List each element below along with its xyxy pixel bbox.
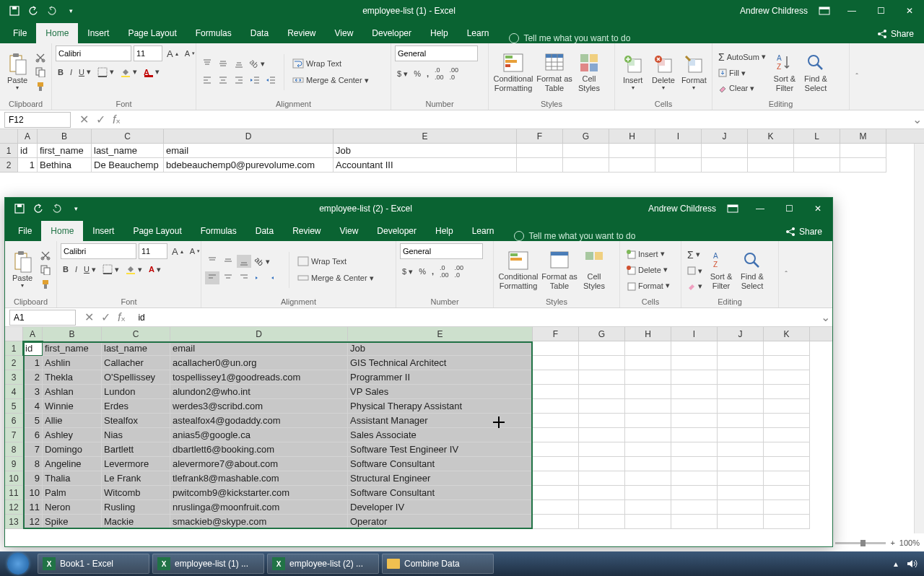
format-cells-button[interactable]: Format▾: [680, 53, 708, 91]
align-top-button[interactable]: [205, 255, 219, 268]
undo-button[interactable]: [30, 200, 47, 217]
font-name-select[interactable]: [56, 45, 131, 61]
increase-decimal-button[interactable]: .0.00: [437, 263, 451, 280]
cell[interactable]: first_name: [43, 341, 102, 356]
cell[interactable]: [625, 471, 671, 486]
cell[interactable]: [718, 356, 764, 370]
cell[interactable]: VP Sales: [348, 385, 533, 399]
cell[interactable]: [579, 500, 625, 515]
cell[interactable]: [655, 144, 702, 158]
bold-button[interactable]: B: [61, 263, 71, 275]
cell[interactable]: [625, 442, 671, 457]
cancel-formula-icon[interactable]: ✕: [84, 310, 94, 324]
increase-indent-button[interactable]: [269, 271, 283, 284]
qat-customize[interactable]: ▾: [62, 2, 79, 19]
align-right-button[interactable]: [232, 74, 246, 87]
font-color-button[interactable]: A ▾: [147, 263, 163, 276]
autosum-button[interactable]: Σ AutoSum ▾: [716, 50, 768, 64]
cell[interactable]: [533, 515, 579, 529]
row-header[interactable]: 6: [5, 414, 23, 428]
taskbar-item[interactable]: Combine Data: [382, 554, 494, 574]
cell[interactable]: Le Frank: [102, 471, 170, 486]
display-options-icon[interactable]: [819, 6, 830, 15]
cell[interactable]: [764, 370, 810, 385]
autosum-button[interactable]: Σ ▾: [685, 248, 705, 262]
cell[interactable]: [702, 144, 748, 158]
tab-view[interactable]: View: [331, 221, 368, 241]
cell[interactable]: Angeline: [43, 457, 102, 471]
cell[interactable]: [840, 144, 886, 158]
format-painter-button[interactable]: [33, 80, 48, 93]
qat-customize[interactable]: ▾: [67, 200, 84, 217]
tab-developer[interactable]: Developer: [367, 221, 426, 241]
cell[interactable]: [579, 442, 625, 457]
tab-review[interactable]: Review: [278, 23, 325, 43]
paste-button[interactable]: Paste ▾: [4, 53, 31, 91]
cell[interactable]: [718, 399, 764, 414]
cell[interactable]: O'Spellissey: [102, 370, 170, 385]
cell[interactable]: [563, 144, 609, 158]
start-button[interactable]: [0, 551, 36, 576]
tab-file[interactable]: File: [4, 23, 36, 43]
cell[interactable]: [625, 356, 671, 370]
font-size-select[interactable]: [139, 243, 167, 259]
column-header[interactable]: A: [23, 327, 43, 341]
cell[interactable]: last_name: [102, 341, 170, 356]
orientation-button[interactable]: ab ▾: [253, 255, 272, 268]
cell[interactable]: Physical Therapy Assistant: [348, 399, 533, 414]
cell[interactable]: [625, 399, 671, 414]
cell[interactable]: [671, 414, 718, 428]
column-header[interactable]: D: [170, 327, 348, 341]
cancel-formula-icon[interactable]: ✕: [79, 113, 89, 126]
align-middle-button[interactable]: [216, 57, 230, 70]
tab-insert[interactable]: Insert: [83, 221, 123, 241]
tab-formulas[interactable]: Formulas: [186, 23, 241, 43]
column-header[interactable]: G: [579, 327, 625, 341]
column-header[interactable]: G: [563, 129, 609, 143]
number-format-select[interactable]: [395, 45, 478, 61]
cell[interactable]: [764, 486, 810, 500]
cell[interactable]: Job: [334, 144, 517, 158]
tell-me-search[interactable]: Tell me what you want to do: [503, 231, 775, 241]
cell[interactable]: [764, 442, 810, 457]
border-button[interactable]: ▾: [95, 66, 116, 79]
cell[interactable]: Rusling: [102, 500, 170, 515]
cell[interactable]: [671, 442, 718, 457]
cell[interactable]: anias5@google.ca: [170, 428, 348, 442]
column-header[interactable]: E: [348, 327, 533, 341]
tab-insert[interactable]: Insert: [78, 23, 118, 43]
number-format-select[interactable]: [400, 243, 483, 259]
cell[interactable]: werdes3@scribd.com: [170, 399, 348, 414]
cell[interactable]: [563, 158, 609, 173]
cell[interactable]: [671, 341, 718, 356]
merge-center-button[interactable]: Merge & Center ▾: [295, 271, 376, 284]
tab-data[interactable]: Data: [241, 23, 278, 43]
row-header[interactable]: 1: [0, 144, 18, 158]
cell[interactable]: Operator: [348, 515, 533, 529]
insert-function-icon[interactable]: fₓ: [118, 310, 126, 324]
cell[interactable]: 12: [23, 515, 43, 529]
tell-me-search[interactable]: Tell me what you want to do: [498, 33, 867, 43]
tab-help[interactable]: Help: [421, 23, 458, 43]
orientation-button[interactable]: ab ▾: [248, 57, 267, 70]
cell[interactable]: GIS Technical Architect: [348, 356, 533, 370]
align-center-button[interactable]: [221, 271, 235, 284]
cell[interactable]: 1: [18, 158, 38, 173]
column-header[interactable]: D: [164, 129, 334, 143]
sort-filter-button[interactable]: AZSort & Filter: [770, 51, 799, 92]
underline-button[interactable]: U ▾: [77, 66, 93, 78]
cell[interactable]: [533, 341, 579, 356]
taskbar-item[interactable]: Xemployee-list (2) ...: [267, 554, 379, 574]
cell[interactable]: Ashley: [43, 428, 102, 442]
cell[interactable]: Programmer II: [348, 370, 533, 385]
cell[interactable]: [625, 370, 671, 385]
cell[interactable]: [625, 414, 671, 428]
cell[interactable]: [671, 457, 718, 471]
cell[interactable]: [579, 370, 625, 385]
cell[interactable]: Mackie: [102, 515, 170, 529]
format-painter-button[interactable]: [38, 278, 53, 291]
paste-button[interactable]: Paste▾: [9, 250, 36, 289]
cell[interactable]: [533, 486, 579, 500]
share-button[interactable]: Share: [775, 222, 832, 241]
cell[interactable]: [517, 144, 563, 158]
